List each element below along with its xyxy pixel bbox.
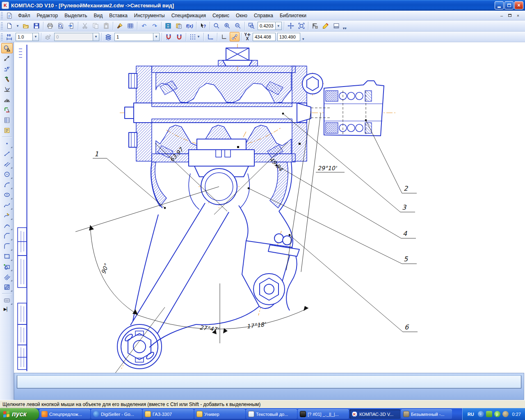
statebar-grip[interactable] [1,33,3,41]
task-dark-app[interactable]: [? #01] _._||_|... [298,409,349,419]
task-digiseller[interactable]: DigiSeller - Go... [91,409,142,419]
panel-designations-button[interactable] [1,64,13,74]
print-preview-button[interactable] [56,21,66,31]
dim-angle-sector[interactable]: 90° [100,262,110,275]
spreadsheet-button[interactable] [126,21,135,31]
mdi-close-button[interactable]: × [515,13,521,18]
tool-bezier-button[interactable] [1,220,13,231]
ortho-mode-button[interactable] [219,32,229,41]
new-document-dropdown[interactable]: ▼ [15,21,20,31]
copy-button[interactable] [91,21,100,31]
new-document-button[interactable] [5,21,14,31]
step-combo[interactable]: 1.0 ▼ [16,33,39,41]
menu-help[interactable]: Справка [251,11,276,20]
panel-expander[interactable]: ▶▏ [4,307,10,311]
tool-equidistant-button[interactable] [1,272,13,282]
zoom-select-button[interactable] [212,21,221,31]
menu-specification[interactable]: Спецификация [168,11,209,20]
redo-button[interactable]: ↷ [150,21,160,31]
zoom-in-button[interactable] [222,21,232,31]
dim-angle-shaft[interactable]: 29°10' [317,165,338,171]
callout-6[interactable]: 6 [404,323,409,331]
window-manager-button[interactable] [163,21,173,31]
tool-point-button[interactable] [1,138,13,148]
import-button[interactable] [66,21,76,31]
task-folder-gaz3307[interactable]: ГАЗ-3307 [143,409,194,419]
tool-spline-button[interactable] [1,200,13,210]
language-indicator[interactable]: RU [466,411,476,418]
menu-service[interactable]: Сервис [209,11,233,20]
menu-view[interactable]: Вид [91,11,106,20]
paste-button[interactable] [101,21,111,31]
pan-button[interactable] [286,21,296,31]
fit-to-window-button[interactable] [297,21,306,31]
tool-fillet-button[interactable] [1,241,13,251]
print-button[interactable] [45,21,55,31]
dim-angle-left[interactable]: 27°47' [199,324,220,333]
menu-insert[interactable]: Вставка [106,11,131,20]
panel-specification-button[interactable] [1,115,13,125]
minimize-button[interactable] [495,1,504,9]
menu-file[interactable]: Файл [15,11,34,20]
property-input[interactable] [17,375,521,388]
help-cursor-button[interactable]: ? [198,21,208,31]
rebuild-button[interactable] [310,21,320,31]
drawing-svg[interactable]: 1 90° 27°47' 17°18' 29°10' [14,42,525,373]
panel-geometry-button[interactable] [1,43,13,53]
grid-button[interactable]: ▼ [188,32,202,41]
spline-sleeve[interactable] [311,81,384,136]
utorrent-icon[interactable]: µ [494,411,500,417]
panel-dimensions-button[interactable] [1,53,13,64]
undo-button[interactable]: ↶ [139,21,149,31]
layer-combo[interactable]: 1 ▼ [114,33,160,41]
quick-edit-button[interactable] [321,21,331,31]
drawing-canvas[interactable]: 1 90° 27°47' 17°18' 29°10' [14,42,525,400]
toolbar-overflow-chevron[interactable]: ▾▾ [343,26,347,31]
callout-5[interactable]: 5 [404,255,408,263]
snap-setup-button[interactable] [164,32,173,41]
close-button[interactable]: × [514,1,523,9]
rounding-snap-toggle[interactable] [230,32,240,41]
current-step-button[interactable] [5,32,14,41]
coord-x-field[interactable]: 130.490 [277,33,300,41]
adjuster-hex-nut[interactable] [302,73,323,94]
zoom-combo-arrow[interactable]: ▼ [275,22,281,30]
tool-hatch-button[interactable] [1,282,13,292]
document-icon[interactable] [5,11,14,20]
local-snap-button[interactable] [174,32,184,41]
tool-chamfer-button[interactable] [1,231,13,241]
menubar-grip[interactable] [1,12,3,19]
tool-collect-contour-button[interactable] [1,261,13,272]
tool-parallel-line-button[interactable] [1,159,13,169]
mdi-minimize-button[interactable]: – [499,13,504,18]
start-button[interactable]: пуск [0,408,39,420]
kompas-app-icon[interactable]: K [2,2,9,9]
open-button[interactable] [21,21,31,31]
task-kompas[interactable]: K КОМПАС-3D V... [349,409,400,419]
filler-plug[interactable] [223,48,252,66]
variables-button[interactable]: f(x) [185,21,194,31]
panel-selection-button[interactable] [1,105,13,115]
task-untitled[interactable]: Безымянный -... [401,409,452,419]
tray-agent-icon[interactable] [486,411,492,417]
task-firefox[interactable]: Спецпредлож... [39,409,90,419]
menu-select[interactable]: Выделить [61,11,90,20]
format-painter-button[interactable] [115,21,125,31]
task-text-document[interactable]: Текстовый до... [246,409,297,419]
coords-button[interactable]: Y✛X [243,32,251,41]
hide-icons-chevron[interactable]: ‹ [478,411,484,417]
menu-editor[interactable]: Редактор [34,11,62,20]
restore-button[interactable] [504,1,514,9]
callout-1[interactable]: 1 [94,150,98,158]
tray-messenger-icon[interactable] [502,411,509,417]
grid-dropdown[interactable]: ▼ [197,35,200,39]
menu-tools[interactable]: Инструменты [131,11,168,20]
save-button[interactable] [32,21,41,31]
tool-ellipse-button[interactable] [1,189,13,200]
panel-reports-button[interactable] [1,125,13,135]
callout-2[interactable]: 2 [404,185,409,192]
callout-4[interactable]: 4 [403,230,407,237]
local-cs-button[interactable] [205,32,215,41]
panel-parametrization-button[interactable] [1,84,13,94]
panel-editing-button[interactable] [1,74,13,84]
